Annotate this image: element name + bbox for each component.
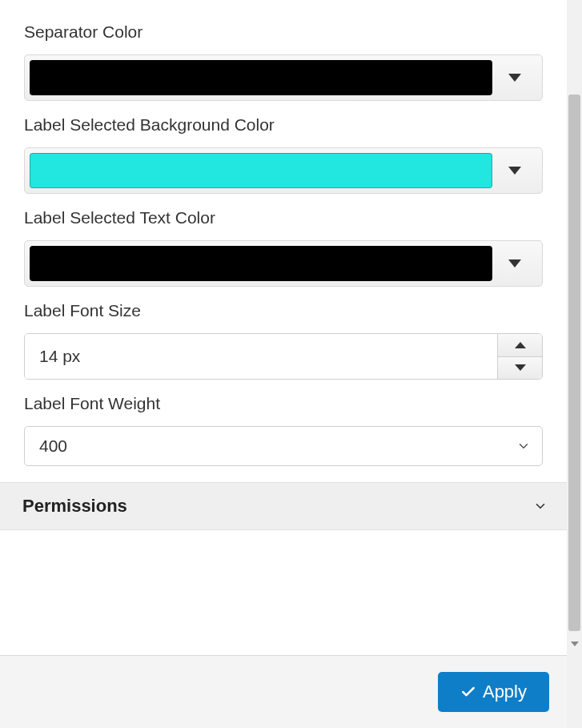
label-selected-text-picker[interactable] (24, 240, 543, 287)
label-selected-bg-label: Label Selected Background Color (24, 115, 543, 135)
label-selected-bg-swatch[interactable] (30, 153, 492, 188)
form-area: Separator Color Label Selected Backgroun… (0, 0, 567, 482)
label-font-size-label: Label Font Size (24, 301, 543, 320)
permissions-title: Permissions (22, 496, 127, 517)
label-selected-text-label: Label Selected Text Color (24, 208, 543, 227)
label-font-size-spinner (497, 334, 542, 379)
scrollbar-track[interactable] (567, 0, 582, 728)
separator-color-picker[interactable] (24, 54, 543, 101)
chevron-up-icon (515, 342, 526, 348)
label-font-size-field (24, 333, 543, 380)
scrollbar-thumb[interactable] (568, 95, 580, 631)
separator-color-label: Separator Color (24, 22, 543, 42)
label-selected-bg-picker[interactable] (24, 147, 543, 194)
apply-button-label: Apply (483, 682, 527, 702)
label-font-weight-value: 400 (39, 436, 516, 456)
footer: Apply (0, 655, 567, 728)
label-selected-text-dropdown[interactable] (492, 246, 537, 281)
apply-button[interactable]: Apply (438, 672, 549, 712)
chevron-down-icon (508, 259, 521, 267)
label-font-size-down[interactable] (498, 357, 542, 380)
separator-color-dropdown[interactable] (492, 60, 537, 95)
properties-panel: Separator Color Label Selected Backgroun… (0, 0, 567, 728)
label-selected-text-swatch[interactable] (30, 246, 492, 281)
scrollbar-down-arrow[interactable] (568, 638, 580, 650)
label-font-size-up[interactable] (498, 334, 542, 357)
chevron-down-icon (516, 439, 531, 453)
separator-color-swatch[interactable] (30, 60, 492, 95)
label-selected-bg-dropdown[interactable] (492, 153, 537, 188)
label-font-weight-select[interactable]: 400 (24, 426, 543, 466)
label-font-size-input[interactable] (25, 334, 497, 379)
permissions-section-header[interactable]: Permissions (0, 482, 567, 530)
chevron-down-icon (571, 642, 579, 646)
chevron-down-icon (533, 499, 548, 513)
chevron-down-icon (508, 167, 521, 175)
check-icon (460, 684, 476, 700)
label-font-weight-label: Label Font Weight (24, 394, 543, 413)
chevron-down-icon (508, 74, 521, 82)
chevron-down-icon (515, 364, 526, 371)
scroll-area: Separator Color Label Selected Backgroun… (0, 0, 567, 655)
